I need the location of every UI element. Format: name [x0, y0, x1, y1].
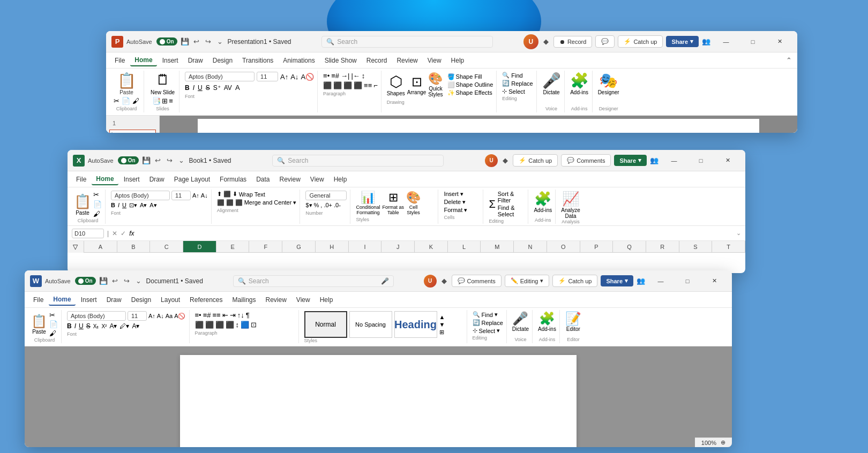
xl-col-k[interactable]: K: [415, 241, 448, 252]
xl-menu-file[interactable]: File: [72, 174, 91, 185]
ppt-menu-help[interactable]: Help: [447, 55, 469, 66]
ppt-reuse-slides-icon[interactable]: 📑: [152, 97, 161, 105]
xl-col-d[interactable]: D: [183, 241, 216, 252]
xl-redo-icon[interactable]: ↪: [166, 156, 174, 165]
xl-align-left[interactable]: ⬛: [217, 199, 225, 206]
xl-currency[interactable]: $▾: [305, 202, 312, 209]
ppt-menu-draw[interactable]: Draw: [184, 55, 207, 66]
wd-comments-button[interactable]: 💬 Comments: [452, 275, 502, 287]
wd-font-size[interactable]: 11: [128, 311, 147, 321]
wd-subscript[interactable]: X₂: [93, 323, 99, 329]
xl-format-btn[interactable]: Format ▾: [444, 207, 480, 214]
xl-search-box[interactable]: 🔍 Search: [272, 155, 444, 167]
ppt-maximize-button[interactable]: □: [740, 33, 765, 50]
xl-border[interactable]: ⊡▾: [129, 202, 137, 209]
xl-insert-function[interactable]: fx: [129, 230, 134, 237]
xl-sum-btn[interactable]: Σ: [489, 198, 495, 210]
xl-col-l[interactable]: L: [448, 241, 481, 252]
wd-select-btn[interactable]: ⊹ Select ▾: [473, 327, 503, 334]
wd-style-heading[interactable]: Heading: [394, 311, 437, 338]
ppt-num-list-btn[interactable]: ≡#: [331, 72, 339, 80]
ppt-designer-btn[interactable]: 🎭 Designer: [598, 72, 619, 95]
ppt-font-select[interactable]: Aptos (Body): [185, 72, 255, 81]
ppt-quick-styles-btn[interactable]: 🎨 QuickStyles: [428, 72, 443, 97]
xl-merge-center[interactable]: Merge and Center ▾: [244, 199, 297, 206]
xl-format-painter[interactable]: 🖌: [93, 210, 102, 218]
xl-confirm-edit[interactable]: ✓: [121, 230, 126, 237]
xl-align-top[interactable]: ⬆: [217, 191, 222, 198]
xl-conditional-formatting[interactable]: 📊 ConditionalFormatting: [356, 191, 380, 215]
ppt-section-icon[interactable]: ≡: [169, 97, 173, 105]
ppt-diamond-icon[interactable]: ◆: [542, 37, 550, 46]
xl-paste-btn[interactable]: 📋 Paste: [74, 193, 91, 216]
wd-menu-draw[interactable]: Draw: [102, 295, 126, 305]
wd-undo-icon[interactable]: ↩: [111, 277, 119, 285]
wd-dictate-btn[interactable]: 🎤 Dictate: [512, 311, 529, 332]
ppt-undo-icon[interactable]: ↩: [192, 37, 201, 46]
xl-col-g[interactable]: G: [282, 241, 316, 252]
ppt-menu-review[interactable]: Review: [392, 55, 422, 66]
wd-find-btn[interactable]: 🔍 Find ▾: [473, 311, 503, 318]
wd-styles-more[interactable]: ⊞: [439, 329, 445, 336]
xl-col-c[interactable]: C: [150, 241, 183, 252]
wd-line-spacing[interactable]: ↕: [236, 321, 240, 329]
xl-decrease-font[interactable]: A↓: [201, 192, 208, 199]
ppt-catchup-button[interactable]: ⚡ Catch up: [618, 35, 663, 48]
xl-underline[interactable]: U: [122, 202, 126, 209]
ppt-italic-btn[interactable]: I: [193, 84, 194, 92]
ppt-people-icon[interactable]: 👥: [702, 37, 710, 46]
xl-menu-pagelayout[interactable]: Page Layout: [170, 174, 214, 185]
xl-menu-data[interactable]: Data: [252, 174, 274, 185]
wd-increase-indent[interactable]: ⇥: [230, 311, 236, 319]
xl-copy-icon[interactable]: 📄: [93, 200, 102, 208]
wd-align-justify[interactable]: ⬛: [226, 321, 234, 329]
ppt-clear-format[interactable]: A🚫: [301, 73, 314, 81]
wd-border[interactable]: ⊡: [251, 321, 257, 329]
ppt-autosave-toggle[interactable]: On: [156, 37, 177, 46]
ppt-redo-icon[interactable]: ↪: [204, 37, 213, 46]
ppt-menu-record[interactable]: Record: [362, 55, 392, 66]
ppt-menu-animations[interactable]: Animations: [279, 55, 319, 66]
xl-font-size[interactable]: 11: [171, 191, 191, 200]
wd-styles-scroll-up[interactable]: ▲: [439, 314, 445, 320]
wd-font-color[interactable]: A▾: [109, 322, 117, 330]
ppt-layout-icon[interactable]: ⊞: [162, 97, 168, 105]
ppt-comments-button[interactable]: 💬: [595, 35, 615, 48]
wd-menu-design[interactable]: Design: [127, 295, 155, 305]
wd-menu-help[interactable]: Help: [316, 295, 338, 305]
xl-align-middle[interactable]: ⬛: [223, 191, 231, 198]
xl-sort-filter[interactable]: Sort &Filter: [498, 191, 515, 203]
xl-diamond-icon[interactable]: ◆: [501, 156, 510, 165]
ppt-customize-icon[interactable]: ⌄: [216, 37, 225, 46]
wd-paste-btn[interactable]: 📋 Paste: [31, 314, 47, 335]
xl-number-format[interactable]: General: [305, 191, 347, 200]
wd-menu-insert[interactable]: Insert: [77, 295, 101, 305]
wd-addins-btn[interactable]: 🧩 Add-ins: [538, 311, 556, 332]
xl-insert-btn[interactable]: Insert ▾: [444, 191, 480, 198]
xl-menu-review[interactable]: Review: [275, 174, 304, 185]
xl-font-color[interactable]: A▾: [149, 202, 156, 209]
xl-dec-decrease[interactable]: .0-: [334, 202, 341, 209]
wd-align-right[interactable]: ⬛: [215, 321, 224, 329]
xl-col-s[interactable]: S: [679, 241, 713, 252]
ppt-align-left[interactable]: ⬛: [323, 81, 332, 89]
wd-show-hide[interactable]: ¶: [246, 311, 250, 319]
xl-col-i[interactable]: I: [349, 241, 382, 252]
ppt-shapes-btn[interactable]: ⬡ Shapes: [387, 73, 405, 96]
wd-menu-view[interactable]: View: [292, 295, 315, 305]
ppt-menu-insert[interactable]: Insert: [158, 55, 183, 66]
wd-autosave-toggle[interactable]: On: [75, 277, 96, 285]
ppt-char-spacing-btn[interactable]: AV: [224, 84, 232, 92]
xl-user-avatar[interactable]: U: [485, 154, 498, 167]
wd-catchup-button[interactable]: ⚡ Catch up: [552, 275, 597, 287]
xl-col-m[interactable]: M: [481, 241, 514, 252]
xl-col-h[interactable]: H: [316, 241, 349, 252]
wd-change-case[interactable]: Aa: [166, 313, 173, 319]
ppt-shape-effects-btn[interactable]: ✨ Shape Effects: [447, 89, 493, 96]
ppt-share-button[interactable]: Share ▾: [666, 36, 699, 47]
ppt-align-center[interactable]: ⬛: [333, 81, 342, 89]
wd-font-select[interactable]: Aptos (Body): [67, 311, 126, 321]
wd-mic-icon[interactable]: 🎤: [381, 277, 389, 285]
ppt-strikethrough-btn[interactable]: S: [206, 84, 210, 92]
xl-col-q[interactable]: Q: [613, 241, 646, 252]
